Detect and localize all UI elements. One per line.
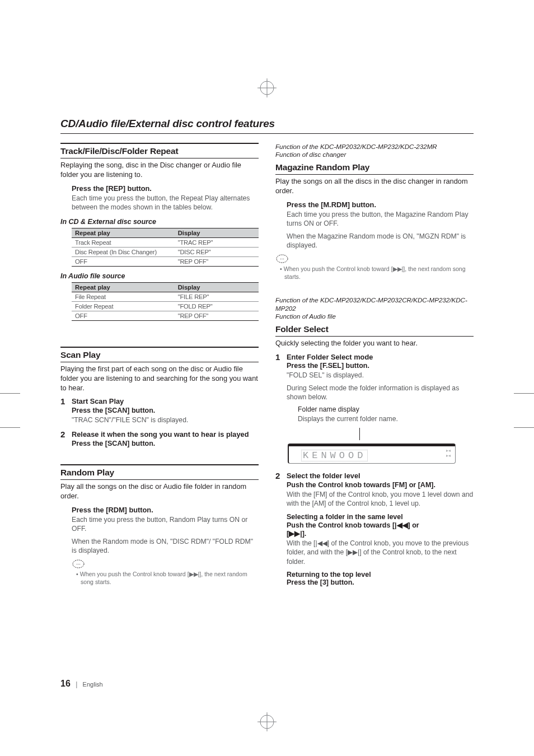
table-header: Display — [175, 282, 259, 292]
page-language: English — [83, 681, 103, 688]
table-row: File Repeat"FILE REP" — [72, 292, 259, 301]
svg-text:⋯: ⋯ — [280, 256, 284, 262]
heading-folder-select: Folder Select — [275, 322, 474, 337]
crop-mark-icon — [0, 393, 20, 428]
registration-mark-icon — [257, 712, 277, 734]
instruction-body: With the [|◀◀] of the Control knob, you … — [287, 539, 474, 566]
step-title: Enter Folder Select mode — [287, 353, 474, 362]
step-number: 1 — [275, 353, 283, 427]
registration-mark-icon — [257, 78, 277, 100]
callout-line-icon — [359, 428, 360, 440]
note-text: • When you push the Control knob toward … — [278, 265, 474, 281]
instruction-body: Each time you press the button, the Repe… — [72, 194, 259, 212]
table-audio-source: Repeat play Display File Repeat"FILE REP… — [72, 282, 259, 321]
instruction-bold: Press the [RDM] button. — [72, 506, 259, 514]
instruction-bold: Press the [F.SEL] button. — [287, 362, 474, 370]
lead-text: Play all the songs on the disc or Audio … — [60, 482, 259, 501]
instruction-body: When the Random mode is ON, "DISC RDM"/ … — [72, 537, 259, 556]
instruction-bold: Press the [3] button. — [287, 578, 474, 586]
right-column: Function of the KDC-MP2032/KDC-MP232/KDC… — [275, 143, 474, 587]
lead-text: Play the songs on all the discs in the d… — [275, 177, 474, 196]
lead-text: Playing the first part of each song on t… — [60, 365, 259, 393]
table-row: Folder Repeat"FOLD REP" — [72, 301, 259, 311]
function-note: Function of the KDC-MP2032/KDC-MP2032CR/… — [275, 296, 474, 312]
function-note: Function of disc changer — [275, 151, 474, 158]
left-column: Track/File/Disc/Folder Repeat Replaying … — [60, 143, 259, 587]
step-number: 1 — [60, 397, 68, 428]
function-note: Function of Audio file — [275, 312, 474, 320]
table-header: Repeat play — [72, 228, 175, 237]
crop-mark-icon — [514, 393, 534, 428]
note-icon: ⋯ — [72, 559, 259, 569]
instruction-bold: Returning to the top level — [287, 571, 474, 578]
note-text: • When you push the Control knob toward … — [74, 570, 259, 586]
sub-heading: In CD & External disc source — [60, 218, 259, 226]
page-footer: 16 | English — [60, 679, 103, 689]
sub-label: Folder name display — [298, 405, 474, 413]
table-cd-source: Repeat play Display Track Repeat"TRAC RE… — [72, 228, 259, 267]
instruction-bold: Selecting a folder in the same level — [287, 513, 474, 521]
display-text: KENWOOD — [301, 450, 368, 461]
step-title: Start Scan Play — [72, 397, 259, 407]
instruction-body: "FOLD SEL" is displayed. — [287, 371, 474, 380]
instruction-body: Each time you press the button, Random P… — [72, 515, 259, 534]
display-figure: KENWOOD ▸◂▸◂ — [288, 444, 456, 464]
lead-text: Quickly selecting the folder you want to… — [275, 339, 474, 348]
divider — [60, 133, 474, 134]
lead-text: Replaying the song, disc in the Disc cha… — [60, 161, 259, 180]
heading-scan-play: Scan Play — [60, 347, 259, 362]
page-number: 16 — [60, 679, 71, 688]
instruction-bold: Press the [REP] button. — [72, 184, 259, 193]
instruction-bold: Press the [SCAN] button. — [72, 407, 259, 414]
footer-separator: | — [76, 680, 77, 688]
sub-body: Displays the current folder name. — [298, 414, 474, 423]
instruction-bold: Press the [SCAN] button. — [72, 440, 259, 447]
instruction-bold: Push the Control knob towards [|◀◀] or [… — [287, 521, 474, 538]
table-header: Repeat play — [72, 282, 175, 292]
instruction-body: During Select mode the folder informatio… — [287, 384, 474, 402]
note-icon: ⋯ — [275, 254, 474, 264]
display-indicator-icon: ▸◂▸◂ — [446, 449, 451, 459]
heading-track-repeat: Track/File/Disc/Folder Repeat — [60, 143, 259, 158]
instruction-body: When the Magazine Random mode is ON, "MG… — [287, 232, 474, 250]
section-title: CD/Audio file/External disc control feat… — [60, 118, 474, 130]
table-row: Track Repeat"TRAC REP" — [72, 237, 259, 247]
table-header: Display — [175, 228, 259, 237]
sub-heading: In Audio file source — [60, 272, 259, 280]
step-number: 2 — [275, 472, 283, 586]
table-row: OFF"REP OFF" — [72, 256, 259, 266]
instruction-body: With the [FM] of the Control knob, you m… — [287, 490, 474, 508]
table-row: Disc Repeat (In Disc Changer)"DISC REP" — [72, 247, 259, 256]
step-title: Select the folder level — [287, 472, 474, 481]
svg-text:⋯: ⋯ — [76, 562, 81, 567]
table-row: OFF"REP OFF" — [72, 311, 259, 320]
instruction-body: "TRAC SCN"/"FILE SCN" is displayed. — [72, 416, 259, 424]
heading-magazine-random: Magazine Random Play — [275, 160, 474, 175]
instruction-bold: Push the Control knob towards [FM] or [A… — [287, 481, 474, 489]
instruction-body: Each time you press the button, the Maga… — [287, 210, 474, 228]
instruction-bold: Press the [M.RDM] button. — [287, 200, 474, 209]
function-note: Function of the KDC-MP2032/KDC-MP232/KDC… — [275, 143, 474, 151]
step-title: Release it when the song you want to hea… — [72, 430, 259, 440]
heading-random-play: Random Play — [60, 464, 259, 480]
step-number: 2 — [60, 430, 68, 447]
